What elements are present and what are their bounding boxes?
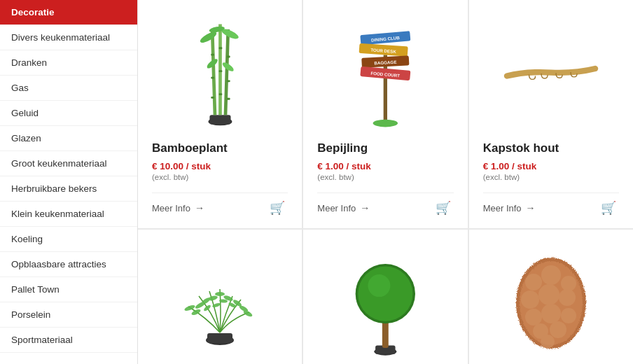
svg-point-63: [550, 321, 566, 338]
svg-rect-7: [227, 56, 230, 58]
svg-line-2: [212, 31, 215, 115]
product-footer-bepijling: Meer Info→🛒: [317, 192, 453, 217]
arrow-icon: →: [526, 202, 536, 214]
cart-icon: 🛒: [601, 201, 616, 215]
meer-info-button-bamboeplant[interactable]: Meer Info→: [152, 202, 204, 214]
meer-info-label: Meer Info: [152, 203, 190, 214]
product-footer-bamboeplant: Meer Info→🛒: [152, 192, 288, 217]
svg-point-50: [368, 274, 391, 297]
cart-icon: 🛒: [436, 201, 451, 215]
sidebar-item-glazen[interactable]: Glazen: [0, 126, 137, 151]
sidebar-item-pallet-town[interactable]: Pallet Town: [0, 277, 137, 302]
svg-rect-10: [227, 80, 230, 82]
svg-point-54: [541, 265, 561, 285]
svg-point-57: [538, 284, 559, 305]
svg-point-34: [203, 304, 211, 312]
product-excl-kapstok-hout: (excl. btw): [483, 173, 520, 181]
product-image-fern: [152, 244, 288, 363]
product-excl-bamboeplant: (excl. btw): [152, 173, 188, 181]
product-card-bamboeplant: Bamboeplant€ 10.00 / stuk(excl. btw)Meer…: [138, 0, 302, 228]
svg-point-59: [525, 309, 542, 326]
sidebar-item-groot-keukenmateriaal[interactable]: Groot keukenmateriaal: [0, 151, 137, 176]
cart-button-bepijling[interactable]: 🛒: [433, 199, 454, 217]
product-image-bamboeplant: [152, 14, 288, 133]
sidebar-item-geluid[interactable]: Geluid: [0, 101, 137, 126]
sidebar-item-decoratie[interactable]: Decoratie: [0, 0, 137, 25]
product-card-kapstok-hout: Kapstok hout€ 1.00 / stuk(excl. btw)Meer…: [469, 0, 633, 228]
product-name-bamboeplant: Bamboeplant: [152, 141, 228, 155]
meer-info-label: Meer Info: [483, 203, 522, 214]
product-price-kapstok-hout: € 1.00 / stuk: [483, 161, 537, 172]
sidebar-item-divers-keukenmateriaal[interactable]: Divers keukenmateriaal: [0, 25, 137, 50]
svg-point-56: [521, 290, 539, 309]
svg-line-4: [225, 29, 228, 115]
svg-rect-5: [211, 54, 214, 56]
cart-button-kapstok-hout[interactable]: 🛒: [598, 199, 619, 217]
sidebar: DecoratieDivers keukenmateriaalDrankenGa…: [0, 0, 138, 364]
product-grid: Bamboeplant€ 10.00 / stuk(excl. btw)Meer…: [138, 0, 633, 364]
product-excl-bepijling: (excl. btw): [317, 173, 354, 181]
product-image-boom: [317, 244, 453, 363]
sidebar-item-herbruikbare-bekers[interactable]: Herbruikbare bekers: [0, 176, 137, 202]
svg-point-37: [215, 292, 225, 296]
sidebar-item-dranken[interactable]: Dranken: [0, 50, 137, 76]
sidebar-item-klein-keukenmateriaal[interactable]: Klein keukenmateriaal: [0, 202, 137, 227]
arrow-icon: →: [195, 202, 204, 214]
product-card-fern: Varen€ 5.00 / stuk(excl. btw)Meer Info→: [138, 230, 302, 364]
svg-rect-12: [218, 93, 222, 95]
meer-info-button-kapstok-hout[interactable]: Meer Info→: [483, 202, 536, 214]
product-card-bepijling: DINING CLUB TOUR DESK BAGGAGE FOOD COURT…: [303, 0, 467, 228]
svg-rect-6: [218, 47, 222, 49]
product-image-bepijling: DINING CLUB TOUR DESK BAGGAGE FOOD COURT: [317, 14, 453, 133]
product-card-boom: Boomplant€ 8.00 / stuk(excl. btw)Meer In…: [303, 230, 467, 364]
cart-button-bamboeplant[interactable]: 🛒: [267, 199, 288, 217]
svg-rect-30: [207, 333, 232, 343]
cart-icon: 🛒: [270, 201, 285, 215]
product-image-kapstok-hout: [483, 14, 619, 133]
svg-rect-9: [218, 70, 222, 72]
product-footer-kapstok-hout: Meer Info→🛒: [483, 192, 619, 217]
sidebar-item-gas[interactable]: Gas: [0, 76, 137, 101]
main-content: Bamboeplant€ 10.00 / stuk(excl. btw)Meer…: [138, 0, 633, 364]
svg-rect-1: [209, 115, 230, 124]
svg-point-64: [541, 335, 555, 349]
svg-point-20: [373, 120, 398, 127]
svg-point-58: [559, 289, 576, 306]
meer-info-button-bepijling[interactable]: Meer Info→: [317, 202, 370, 214]
product-price-bepijling: € 1.00 / stuk: [317, 161, 371, 172]
svg-point-60: [541, 304, 561, 323]
svg-rect-13: [227, 98, 230, 100]
arrow-icon: →: [360, 202, 370, 214]
product-image-schapenvacht: [483, 244, 619, 363]
svg-rect-11: [211, 97, 214, 99]
product-name-kapstok-hout: Kapstok hout: [483, 141, 559, 155]
svg-rect-8: [211, 77, 214, 79]
svg-point-61: [561, 308, 576, 323]
svg-point-53: [525, 274, 542, 290]
sidebar-item-porselein[interactable]: Porselein: [0, 302, 137, 328]
sidebar-item-opblaasbare-attracties[interactable]: Opblaasbare attracties: [0, 252, 137, 277]
sidebar-item-sportmateriaal[interactable]: Sportmateriaal: [0, 328, 137, 353]
meer-info-label: Meer Info: [317, 203, 356, 214]
product-name-bepijling: Bepijling: [317, 141, 368, 155]
sidebar-item-koeling[interactable]: Koeling: [0, 227, 137, 252]
product-card-schapenvacht: Schapenvacht€ 6.00 / stuk(excl. btw)Meer…: [469, 230, 633, 364]
product-price-bamboeplant: € 10.00 / stuk: [152, 161, 211, 172]
svg-point-55: [561, 276, 576, 291]
